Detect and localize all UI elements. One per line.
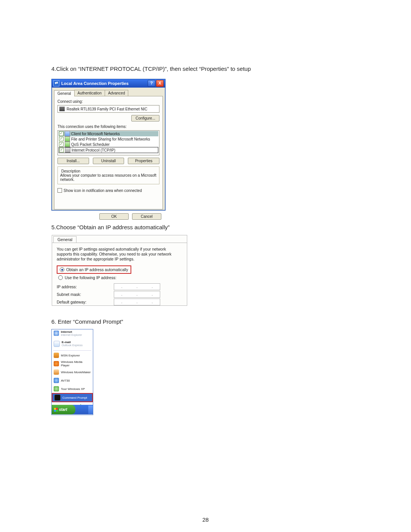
ie-icon	[54, 331, 59, 336]
sm-tour[interactable]: Tour Windows XP	[52, 385, 93, 393]
checkbox-icon[interactable]: ✓	[59, 137, 64, 141]
install-button[interactable]: Install...	[57, 158, 89, 164]
moviemaker-icon	[54, 369, 59, 375]
sm-av730-label: AV730	[61, 379, 70, 382]
start-menu: Internet Internet Explorer E-mail Outloo…	[51, 329, 93, 415]
adapter-name: Realtek RTL8139 Family PCI Fast Ethernet…	[67, 107, 147, 111]
page-number: 28	[0, 516, 411, 523]
separator	[53, 350, 91, 351]
adapter-icon	[59, 107, 65, 111]
tab-authentication[interactable]: Authentication	[74, 90, 105, 96]
nic-icon: ⇄	[53, 80, 59, 86]
checkbox-icon[interactable]: ✓	[59, 131, 64, 136]
general-panel: Connect using: Realtek RTL8139 Family PC…	[54, 96, 163, 209]
sm-msn-label: MSN Explorer	[61, 354, 80, 357]
dialog-tabs: General Authentication Advanced	[54, 90, 163, 96]
sm-av730[interactable]: AV730	[52, 376, 93, 385]
sm-internet[interactable]: Internet Internet Explorer	[52, 329, 93, 340]
checkbox-icon[interactable]: ✓	[59, 142, 64, 147]
description-text: Allows your computer to access resources…	[60, 173, 157, 182]
description-legend: Description	[60, 169, 81, 173]
tab-general[interactable]: General	[53, 236, 76, 243]
protocol-icon	[65, 147, 70, 153]
item-client-ms-networks[interactable]: ✓ Client for Microsoft Networks	[59, 131, 158, 136]
sm-tour-label: Tour Windows XP	[61, 387, 85, 391]
sm-moviemaker-label: Windows MovieMaker	[61, 371, 91, 374]
item-file-printer-sharing[interactable]: ✓ File and Printer Sharing for Microsoft…	[59, 136, 158, 142]
item-label: Internet Protocol (TCP/IP)	[72, 148, 115, 152]
radio-obtain-auto[interactable]: Obtain an IP address automatically	[58, 267, 130, 273]
sm-internet-sublabel: Internet Explorer	[61, 334, 82, 337]
radio-use-following[interactable]: Use the following IP address:	[57, 275, 182, 281]
radio-icon[interactable]	[58, 275, 63, 280]
cancel-button[interactable]: Cancel	[132, 213, 161, 220]
sm-cmd-label: Command Prompt	[62, 396, 87, 399]
properties-button[interactable]: Properties	[128, 158, 159, 164]
tcpip-intro-text: You can get IP settings assigned automat…	[57, 247, 182, 262]
cmd-icon	[54, 395, 61, 401]
sm-wmp-label: Windows Media Player	[61, 360, 91, 367]
default-gateway-field[interactable]: ...	[114, 299, 160, 305]
description-fieldset: Description Allows your computer to acce…	[57, 166, 159, 184]
show-icon-checkbox-row[interactable]: Show icon in notification area when conn…	[57, 188, 159, 193]
radio-label: Use the following IP address:	[65, 275, 116, 280]
tour-icon	[54, 386, 59, 391]
ip-address-field[interactable]: ...	[114, 283, 160, 290]
sm-email[interactable]: E-mail Outlook Express	[52, 340, 93, 350]
windows-flag-icon	[54, 408, 58, 412]
help-button[interactable]: ?	[148, 80, 155, 87]
subnet-mask-field[interactable]: ...	[114, 291, 160, 298]
item-label: File and Printer Sharing for Microsoft N…	[71, 137, 150, 141]
sm-command-prompt[interactable]: Command Prompt	[52, 393, 93, 402]
tab-advanced[interactable]: Advanced	[105, 90, 128, 96]
ip-address-label: IP address:	[57, 284, 114, 289]
subnet-mask-label: Subnet mask:	[57, 292, 114, 297]
adapter-field: Realtek RTL8139 Family PCI Fast Ethernet…	[57, 105, 159, 113]
service-icon	[65, 142, 70, 147]
highlight-box: Obtain an IP address automatically	[57, 265, 131, 274]
show-icon-label: Show icon in notification area when conn…	[64, 189, 142, 193]
checkbox-icon[interactable]: ✓	[59, 148, 64, 152]
arrow-icon	[80, 404, 83, 405]
step-6-text: 6. Enter “Command Prompt”	[51, 318, 123, 325]
start-label: start	[59, 407, 67, 412]
tab-general[interactable]: General	[54, 90, 75, 96]
item-label: QoS Packet Scheduler	[71, 142, 110, 147]
tcpip-properties-dialog: General You can get IP settings assigned…	[52, 235, 187, 306]
step-4-text: 4.Click on “INTERNET PROTOCAL (TCP/IP)”,…	[51, 66, 251, 72]
close-button[interactable]: X	[156, 80, 164, 87]
radio-icon[interactable]	[60, 267, 64, 272]
sm-all-programs[interactable]: All Programs	[52, 402, 93, 405]
sm-moviemaker[interactable]: Windows MovieMaker	[52, 368, 93, 376]
dialog-title: Local Area Connection Properties	[61, 81, 129, 86]
service-icon	[65, 136, 70, 142]
av-icon	[54, 378, 59, 383]
default-gateway-label: Default gateway:	[57, 300, 114, 304]
client-icon	[65, 131, 70, 136]
taskbar[interactable]: start	[52, 405, 93, 414]
sm-email-sublabel: Outlook Express	[62, 344, 83, 347]
item-label: Client for Microsoft Networks	[71, 132, 120, 136]
sm-wmp[interactable]: Windows Media Player	[52, 359, 93, 368]
item-tcpip[interactable]: ✓ Internet Protocol (TCP/IP)	[59, 147, 158, 153]
checkbox-icon[interactable]	[57, 188, 62, 193]
msn-icon	[54, 353, 59, 358]
connect-using-label: Connect using:	[57, 99, 159, 104]
system-tray[interactable]	[88, 406, 93, 414]
connection-items-list[interactable]: ✓ Client for Microsoft Networks ✓ File a…	[57, 130, 159, 155]
dialog-footer: OK Cancel	[52, 212, 165, 220]
sm-msn[interactable]: MSN Explorer	[52, 351, 93, 359]
radio-label: Obtain an IP address automatically	[66, 267, 128, 272]
lan-properties-dialog: ⇄ Local Area Connection Properties ? X G…	[51, 79, 166, 211]
step-5-text: 5.Choose “Obtain an IP address automatic…	[51, 224, 170, 230]
dialog-titlebar[interactable]: ⇄ Local Area Connection Properties ? X	[52, 79, 165, 88]
uninstall-button[interactable]: Uninstall	[93, 158, 124, 164]
ok-button[interactable]: OK	[99, 213, 129, 220]
items-label: This connection uses the following items…	[57, 125, 159, 129]
item-qos-scheduler[interactable]: ✓ QoS Packet Scheduler	[59, 142, 158, 147]
mail-icon	[54, 341, 60, 347]
configure-button[interactable]: Configure...	[131, 115, 159, 121]
wmp-icon	[54, 361, 59, 366]
start-button[interactable]: start	[52, 405, 75, 414]
